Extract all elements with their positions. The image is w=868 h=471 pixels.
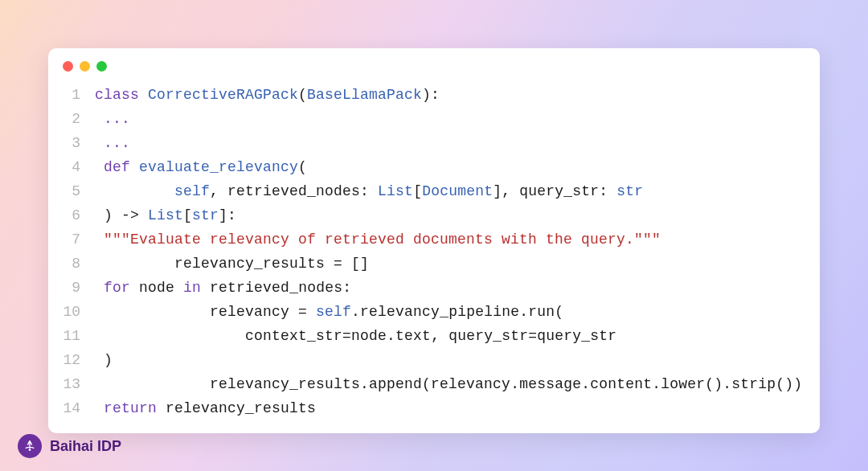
line-number: 10: [48, 300, 95, 324]
minimize-icon[interactable]: [80, 61, 90, 72]
line-number: 9: [48, 276, 95, 300]
line-number: 5: [48, 179, 95, 203]
code-line: 5 self, retrieved_nodes: List[Document],…: [48, 179, 820, 203]
code-line: 12 ): [48, 348, 820, 372]
code-content: relevancy_results = []: [95, 252, 369, 276]
code-line: 2 ...: [48, 107, 820, 131]
code-window: 1class CorrectiveRAGPack(BaseLlamaPack):…: [48, 48, 820, 433]
line-number: 13: [48, 372, 95, 396]
brand-logo-icon: [18, 434, 42, 458]
code-content: relevancy = self.relevancy_pipeline.run(: [95, 300, 563, 324]
brand-text: Baihai IDP: [50, 438, 121, 455]
close-icon[interactable]: [63, 61, 73, 72]
code-line: 9 for node in retrieved_nodes:: [48, 276, 820, 300]
svg-point-0: [29, 448, 31, 451]
code-line: 14 return relevancy_results: [48, 396, 820, 420]
code-line: 7 """Evaluate relevancy of retrieved doc…: [48, 227, 820, 252]
code-line: 6 ) -> List[str]:: [48, 203, 820, 227]
code-line: 11 context_str=node.text, query_str=quer…: [48, 324, 820, 348]
code-content: """Evaluate relevancy of retrieved docum…: [95, 227, 661, 252]
line-number: 6: [48, 203, 95, 227]
line-number: 3: [48, 131, 95, 155]
code-body: 1class CorrectiveRAGPack(BaseLlamaPack):…: [48, 80, 820, 420]
code-content: ...: [95, 107, 130, 131]
code-line: 10 relevancy = self.relevancy_pipeline.r…: [48, 300, 820, 324]
code-content: ): [95, 348, 113, 372]
line-number: 1: [48, 83, 95, 107]
code-content: def evaluate_relevancy(: [95, 155, 307, 179]
line-number: 2: [48, 107, 95, 131]
line-number: 12: [48, 348, 95, 372]
code-content: ...: [95, 131, 130, 155]
maximize-icon[interactable]: [96, 61, 107, 72]
code-content: return relevancy_results: [95, 396, 316, 420]
line-number: 11: [48, 324, 95, 348]
code-content: self, retrieved_nodes: List[Document], q…: [95, 179, 643, 203]
line-number: 7: [48, 227, 95, 252]
code-line: 8 relevancy_results = []: [48, 252, 820, 276]
code-line: 13 relevancy_results.append(relevancy.me…: [48, 372, 820, 396]
line-number: 4: [48, 155, 95, 179]
code-content: class CorrectiveRAGPack(BaseLlamaPack):: [95, 83, 440, 107]
code-content: for node in retrieved_nodes:: [95, 276, 351, 300]
code-line: 4 def evaluate_relevancy(: [48, 155, 820, 179]
line-number: 14: [48, 396, 95, 420]
window-titlebar: [48, 48, 820, 80]
code-content: context_str=node.text, query_str=query_s…: [95, 324, 616, 348]
code-line: 3 ...: [48, 131, 820, 155]
code-content: relevancy_results.append(relevancy.messa…: [95, 372, 802, 396]
line-number: 8: [48, 252, 95, 276]
code-line: 1class CorrectiveRAGPack(BaseLlamaPack):: [48, 83, 820, 107]
brand-badge: Baihai IDP: [18, 434, 121, 458]
code-content: ) -> List[str]:: [95, 203, 236, 227]
